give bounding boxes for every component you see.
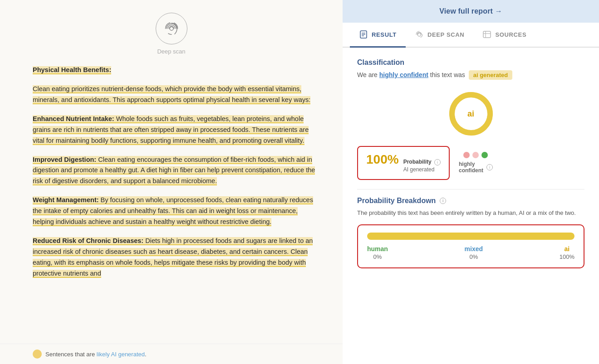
paragraph-weight: Weight Management: By focusing on whole,… xyxy=(33,195,320,228)
deep-scan-label: Deep scan xyxy=(157,48,185,55)
right-panel: View full report → RESULT DEEP SCAN xyxy=(343,0,599,364)
legend-bar: Sentences that are likely AI generated. xyxy=(0,344,343,364)
probability-box: 100% Probability i AI generated xyxy=(357,146,450,180)
probability-desc: Probability i AI generated xyxy=(403,158,441,174)
tab-deep-scan-label: DEEP SCAN xyxy=(427,31,464,38)
paragraph-title: Physical Health Benefits: xyxy=(33,66,111,74)
prob-desc-subtitle: AI generated xyxy=(403,166,441,174)
confidence-section: highlyconfident i xyxy=(459,152,493,174)
donut-chart-area: ai xyxy=(357,89,584,139)
tab-result[interactable]: RESULT xyxy=(350,23,406,48)
confidence-dots xyxy=(463,152,488,158)
breakdown-desc: The probability this text has been entir… xyxy=(357,209,584,218)
prob-desc-title: Probability i xyxy=(403,158,441,166)
legend-text: Sentences that are likely AI generated. xyxy=(45,351,147,358)
breakdown-bar-track xyxy=(367,233,574,240)
classification-heading: Classification xyxy=(357,58,584,67)
legend-prefix: Sentences that are xyxy=(45,351,97,358)
conf-dot-1 xyxy=(463,152,470,158)
view-full-report-button[interactable]: View full report → xyxy=(343,0,599,23)
deep-scan-header: Deep scan xyxy=(0,0,343,60)
paragraph-text: Clean eating prioritizes nutrient-dense … xyxy=(33,85,310,104)
confidence-info-icon[interactable]: i xyxy=(486,164,493,170)
breakdown-info-icon[interactable]: i xyxy=(440,198,446,204)
legend-dot xyxy=(33,349,42,359)
sources-icon xyxy=(482,30,491,39)
tab-sources-label: SOURCES xyxy=(495,31,526,38)
svg-rect-6 xyxy=(483,31,491,38)
paragraph-chronic: Reduced Risk of Chronic Diseases: Diets … xyxy=(33,236,320,279)
tabs-bar: RESULT DEEP SCAN SOURCES xyxy=(343,23,599,48)
breakdown-mixed-label: mixed xyxy=(465,245,483,252)
section-divider xyxy=(357,189,584,189)
tab-sources[interactable]: SOURCES xyxy=(473,23,535,48)
prob-title: Probability xyxy=(403,159,432,165)
conf-dot-2 xyxy=(472,152,479,158)
text-content: Physical Health Benefits: Clean eating p… xyxy=(0,60,343,341)
tab-result-label: RESULT xyxy=(372,31,397,38)
paragraph-title: Weight Management: xyxy=(33,196,99,204)
probability-breakdown-section: Probability Breakdown i The probability … xyxy=(357,197,584,269)
probability-percent: 100% xyxy=(366,152,399,167)
breakdown-ai-pct: 100% xyxy=(560,253,574,260)
probability-row: 100% Probability i AI generated xyxy=(357,146,584,180)
donut-label: ai xyxy=(467,109,474,119)
breakdown-label-ai: ai 100% xyxy=(560,245,574,260)
breakdown-bar-fill xyxy=(367,233,574,240)
desc-middle: this text was xyxy=(428,71,465,78)
deep-scan-tab-icon xyxy=(415,30,424,39)
conf-dot-3 xyxy=(481,152,488,158)
desc-prefix: We are xyxy=(357,71,379,78)
left-panel: Deep scan Physical Health Benefits: Clea… xyxy=(0,0,343,364)
paragraph-intro: Clean eating prioritizes nutrient-dense … xyxy=(33,84,320,106)
breakdown-bar-container: human 0% mixed 0% ai 100% xyxy=(357,224,584,268)
legend-suffix: . xyxy=(145,351,147,358)
paragraph-title: Improved Digestion: xyxy=(33,156,96,164)
view-full-report-label: View full report → xyxy=(439,7,502,15)
fingerprint-icon xyxy=(156,13,187,44)
breakdown-human-label: human xyxy=(367,245,388,252)
result-icon xyxy=(359,30,368,39)
breakdown-labels: human 0% mixed 0% ai 100% xyxy=(367,245,574,260)
classification-section: Classification We are highly confident t… xyxy=(357,58,584,180)
breakdown-heading-text: Probability Breakdown xyxy=(357,197,436,205)
breakdown-mixed-pct: 0% xyxy=(465,253,483,260)
breakdown-label-mixed: mixed 0% xyxy=(465,245,483,260)
highly-confident-text: highly confident xyxy=(379,71,428,78)
confidence-label: highlyconfident xyxy=(459,161,483,174)
breakdown-ai-label: ai xyxy=(560,245,574,252)
paragraph-digestion: Improved Digestion: Clean eating encoura… xyxy=(33,155,320,187)
breakdown-label-human: human 0% xyxy=(367,245,388,260)
probability-info-icon[interactable]: i xyxy=(434,159,441,165)
breakdown-human-pct: 0% xyxy=(367,253,388,260)
classification-desc: We are highly confident this text was ai… xyxy=(357,70,584,80)
paragraph-enhanced: Enhanced Nutrient Intake: Whole foods su… xyxy=(33,114,320,146)
breakdown-heading: Probability Breakdown i xyxy=(357,197,584,205)
paragraph-title: Enhanced Nutrient Intake: xyxy=(33,115,114,123)
svg-point-0 xyxy=(170,27,173,30)
paragraph-title: Reduced Risk of Chronic Diseases: xyxy=(33,237,143,245)
ai-generated-badge: ai generated xyxy=(469,70,513,80)
right-content: Classification We are highly confident t… xyxy=(343,48,599,279)
donut-chart: ai xyxy=(446,89,496,139)
legend-link[interactable]: likely AI generated xyxy=(97,351,145,358)
text-content-wrapper: Physical Health Benefits: Clean eating p… xyxy=(0,60,343,364)
paragraph-physical-health: Physical Health Benefits: xyxy=(33,65,320,76)
tab-deep-scan[interactable]: DEEP SCAN xyxy=(406,23,473,48)
